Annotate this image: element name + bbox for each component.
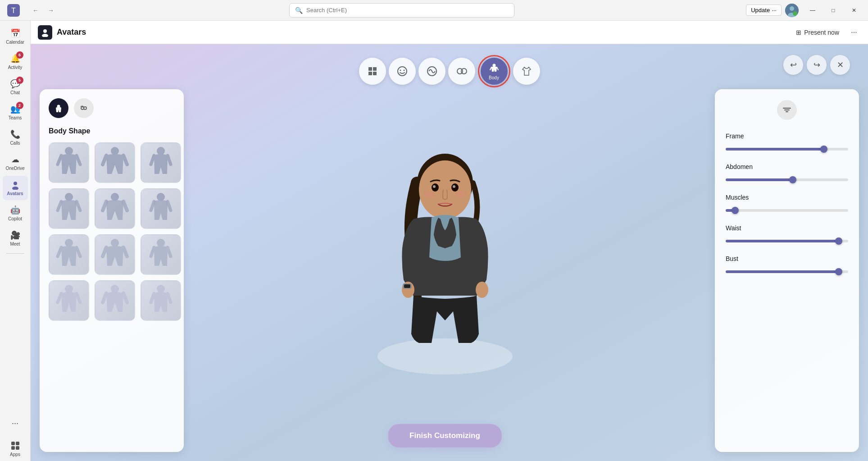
svg-line-53 xyxy=(123,247,127,256)
tool-face-wrapper xyxy=(389,58,416,85)
muscles-slider-label: Muscles xyxy=(726,194,848,201)
body-shape-option-1[interactable] xyxy=(49,142,89,183)
svg-point-20 xyxy=(403,70,404,71)
sidebar-item-teams[interactable]: 👥 2 Teams xyxy=(3,100,28,124)
sidebar-item-meet[interactable]: 🎥 Meet xyxy=(3,226,28,251)
tool-background-button[interactable] xyxy=(418,58,445,85)
sidebar-item-avatars[interactable]: Avatars xyxy=(3,176,28,200)
svg-rect-10 xyxy=(11,446,15,450)
tool-clothing-button[interactable] xyxy=(513,58,540,85)
muscles-slider-group: Muscles xyxy=(726,194,848,214)
finish-customizing-button[interactable]: Finish Customizing xyxy=(388,424,502,447)
close-button[interactable]: ✕ xyxy=(844,0,864,21)
waist-slider[interactable] xyxy=(726,240,848,242)
panel-tab-accessories[interactable] xyxy=(74,98,94,118)
svg-rect-17 xyxy=(373,72,377,75)
maximize-button[interactable]: □ xyxy=(823,0,844,21)
svg-line-55 xyxy=(151,247,154,256)
tool-body-button[interactable]: Body xyxy=(481,58,508,85)
body-shape-option-2[interactable] xyxy=(95,142,135,183)
abdomen-slider[interactable] xyxy=(726,178,848,181)
svg-line-46 xyxy=(151,201,154,210)
svg-point-66 xyxy=(377,338,513,374)
body-shape-option-11[interactable] xyxy=(95,280,135,321)
body-shape-option-4[interactable] xyxy=(49,188,89,229)
svg-rect-9 xyxy=(16,442,19,445)
filter-button[interactable] xyxy=(777,100,797,120)
body-shape-option-9[interactable] xyxy=(141,234,181,275)
svg-point-42 xyxy=(111,193,119,201)
svg-point-30 xyxy=(65,147,73,155)
svg-point-51 xyxy=(111,239,119,247)
accessories-tab-icon xyxy=(79,103,89,113)
user-avatar[interactable] xyxy=(785,4,799,17)
svg-rect-8 xyxy=(11,442,15,445)
svg-point-6 xyxy=(14,182,17,185)
forward-button[interactable]: → xyxy=(44,4,58,17)
sidebar-item-onedrive[interactable]: ☁ OneDrive xyxy=(3,151,28,175)
sidebar-item-apps[interactable]: Apps xyxy=(3,437,28,461)
shape-tab-icon xyxy=(54,103,64,113)
svg-line-59 xyxy=(77,293,80,302)
body-shape-option-10[interactable] xyxy=(49,280,89,321)
svg-point-72 xyxy=(433,185,436,188)
bust-slider[interactable] xyxy=(726,270,848,273)
svg-point-48 xyxy=(65,239,73,247)
muscles-slider[interactable] xyxy=(726,209,848,212)
header-more-button[interactable]: ··· xyxy=(847,26,861,39)
sidebar-item-more[interactable]: ··· xyxy=(3,414,28,432)
sidebar-label-onedrive: OneDrive xyxy=(5,166,24,171)
body-shape-svg-4 xyxy=(53,191,85,227)
frame-slider[interactable] xyxy=(726,148,848,151)
redo-button[interactable]: ↪ xyxy=(807,55,827,75)
minimize-button[interactable]: — xyxy=(802,0,823,21)
left-panel: Body Shape xyxy=(40,89,184,452)
body-shape-option-6[interactable] xyxy=(141,188,181,229)
titlebar-actions: Update ··· — □ ✕ xyxy=(746,0,864,21)
tool-face-button[interactable] xyxy=(389,58,416,85)
tool-reactions-button[interactable] xyxy=(448,58,475,85)
update-button[interactable]: Update ··· xyxy=(746,5,782,16)
body-shape-option-3[interactable] xyxy=(141,142,181,183)
search-input[interactable] xyxy=(306,7,509,14)
sidebar-item-copilot[interactable]: 🤖 Copilot xyxy=(3,201,28,225)
sidebar-item-calendar[interactable]: 📅 Calendar xyxy=(3,24,28,49)
body-shape-svg-5 xyxy=(99,191,131,227)
teams-icon: 👥 2 xyxy=(10,104,21,114)
apps-svg-icon xyxy=(10,441,20,451)
sidebar-label-calls: Calls xyxy=(10,141,20,146)
abdomen-slider-label: Abdomen xyxy=(726,163,848,170)
tool-poses-button[interactable] xyxy=(359,58,386,85)
svg-line-56 xyxy=(168,247,171,256)
sidebar-item-chat[interactable]: 💬 5 Chat xyxy=(3,75,28,99)
sidebar-label-teams: Teams xyxy=(9,115,22,121)
undo-button[interactable]: ↩ xyxy=(783,55,803,75)
close-editor-button[interactable]: ✕ xyxy=(830,55,850,75)
sidebar-item-calls[interactable]: 📞 Calls xyxy=(3,125,28,150)
sidebar-item-activity[interactable]: 🔔 6 Activity xyxy=(3,50,28,74)
body-shape-option-5[interactable] xyxy=(95,188,135,229)
avatars-icon xyxy=(10,179,21,190)
back-button[interactable]: ← xyxy=(29,4,42,17)
avatar-display-area: Finish Customizing xyxy=(184,71,706,461)
svg-point-74 xyxy=(424,191,435,197)
body-shape-svg-6 xyxy=(145,191,177,227)
waist-slider-label: Waist xyxy=(726,224,848,232)
svg-point-75 xyxy=(455,191,466,197)
panel-tab-shape[interactable] xyxy=(49,98,68,118)
body-shape-option-7[interactable] xyxy=(49,234,89,275)
bust-slider-label: Bust xyxy=(726,255,848,262)
svg-rect-16 xyxy=(368,72,372,75)
body-shape-option-12[interactable] xyxy=(141,280,181,321)
body-shape-option-8[interactable] xyxy=(95,234,135,275)
svg-line-41 xyxy=(77,201,80,210)
undo-icon: ↩ xyxy=(790,60,797,70)
present-now-button[interactable]: ⊞ Present now xyxy=(791,26,844,39)
right-panel-header xyxy=(726,100,848,120)
search-bar[interactable]: 🔍 xyxy=(289,3,514,18)
window-controls: — □ ✕ xyxy=(802,0,864,21)
svg-point-12 xyxy=(43,29,47,33)
svg-line-61 xyxy=(103,293,106,302)
svg-point-33 xyxy=(111,147,119,155)
sidebar-label-copilot: Copilot xyxy=(8,216,22,222)
